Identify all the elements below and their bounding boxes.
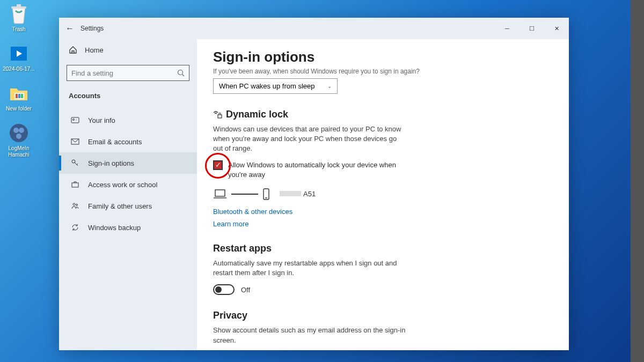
svg-rect-21: [218, 115, 222, 118]
sidebar-item-label: Sign-in options: [88, 159, 134, 167]
device-name: A51: [280, 190, 316, 198]
learn-more-link[interactable]: Learn more: [213, 220, 553, 228]
require-signin-dropdown[interactable]: When PC wakes up from sleep ⌄: [213, 78, 338, 94]
sidebar-item-label: Your info: [88, 116, 115, 124]
dynamic-lock-checkbox-row: ✓ Allow Windows to automatically lock yo…: [213, 160, 406, 180]
search-input[interactable]: [67, 65, 189, 81]
svg-point-20: [76, 204, 78, 206]
trash-icon: [8, 3, 30, 25]
window-title: Settings: [80, 25, 104, 32]
restart-apps-header: Restart apps: [213, 243, 553, 254]
svg-point-10: [16, 134, 21, 139]
svg-rect-22: [215, 190, 225, 196]
sidebar-item-family[interactable]: Family & other users: [59, 195, 197, 217]
desktop-background: Trash 2024-06-17... New folder LogMeIn H…: [0, 0, 631, 362]
media-file-icon: [8, 42, 30, 65]
toggle-label: Off: [241, 286, 250, 294]
sidebar-item-backup[interactable]: Windows backup: [59, 217, 197, 238]
svg-rect-4: [16, 94, 18, 98]
bluetooth-devices-link[interactable]: Bluetooth & other devices: [213, 208, 553, 216]
restart-apps-desc: Automatically save my restartable apps w…: [213, 258, 406, 278]
svg-rect-0: [11, 6, 26, 9]
window-body: Home Accounts ≡ Your info Em: [59, 39, 569, 350]
desktop-icons: Trash 2024-06-17... New folder LogMeIn H…: [3, 3, 35, 168]
home-icon: [69, 46, 77, 54]
dynamic-lock-section: Dynamic lock Windows can use devices tha…: [213, 109, 553, 228]
sidebar-item-label: Windows backup: [88, 224, 141, 232]
truncated-text: If you've been away, when should Windows…: [213, 68, 553, 75]
restart-apps-toggle[interactable]: [213, 284, 235, 295]
desktop-icon-logmein[interactable]: LogMeIn Hamachi: [3, 122, 35, 158]
sidebar-item-work-school[interactable]: Access work or school: [59, 174, 197, 195]
person-card-icon: ≡: [71, 116, 79, 124]
sync-icon: [71, 223, 79, 232]
signal-lock-icon: [213, 110, 223, 120]
svg-point-7: [10, 124, 28, 142]
restart-apps-toggle-row: Off: [213, 284, 553, 295]
connection-line: [231, 194, 258, 195]
search-icon: [177, 69, 185, 77]
titlebar: ← Settings ─ ☐ ✕: [59, 18, 569, 39]
dynamic-lock-desc: Windows can use devices that are paired …: [213, 124, 406, 154]
sidebar-item-label: Family & other users: [88, 202, 152, 210]
dropdown-value: When PC wakes up from sleep: [219, 82, 314, 90]
restart-apps-section: Restart apps Automatically save my resta…: [213, 243, 553, 295]
svg-rect-5: [18, 94, 20, 98]
phone-icon: [262, 188, 270, 200]
close-button[interactable]: ✕: [544, 18, 569, 39]
sidebar-item-signin[interactable]: Sign-in options: [59, 152, 197, 174]
svg-point-19: [73, 203, 75, 205]
svg-point-8: [13, 128, 19, 133]
sidebar-home[interactable]: Home: [59, 39, 197, 61]
svg-point-9: [19, 128, 24, 133]
key-icon: [71, 159, 79, 167]
sidebar-item-your-info[interactable]: ≡ Your info: [59, 109, 197, 131]
people-icon: [71, 202, 79, 210]
sidebar-item-label: Email & accounts: [88, 138, 142, 146]
desktop-icon-media-file[interactable]: 2024-06-17...: [3, 42, 35, 72]
laptop-icon: [213, 189, 227, 200]
svg-rect-18: [72, 183, 78, 187]
sidebar-items: ≡ Your info Email & accounts Sign-in opt…: [59, 109, 197, 238]
svg-point-14: [73, 119, 75, 121]
briefcase-icon: [71, 180, 79, 189]
svg-point-11: [178, 70, 183, 75]
settings-window: ← Settings ─ ☐ ✕ Home: [59, 18, 569, 350]
svg-text:≡: ≡: [76, 119, 77, 121]
chevron-down-icon: ⌄: [327, 83, 332, 89]
allow-auto-lock-checkbox[interactable]: ✓: [213, 160, 223, 170]
svg-rect-6: [21, 94, 23, 98]
logmein-icon: [8, 122, 30, 144]
sidebar: Home Accounts ≡ Your info Em: [59, 39, 197, 350]
privacy-header: Privacy: [213, 310, 553, 321]
content-area: Sign-in options If you've been away, whe…: [197, 39, 569, 350]
search-field[interactable]: [71, 69, 177, 77]
sidebar-item-email[interactable]: Email & accounts: [59, 131, 197, 152]
privacy-desc: Show account details such as my email ad…: [213, 326, 406, 345]
sidebar-item-label: Access work or school: [88, 181, 157, 189]
sidebar-section-label: Accounts: [59, 85, 197, 106]
folder-icon: [8, 82, 30, 105]
checkbox-label: Allow Windows to automatically lock your…: [228, 160, 406, 180]
privacy-section: Privacy Show account details such as my …: [213, 310, 553, 350]
window-controls: ─ ☐ ✕: [495, 18, 569, 39]
svg-line-12: [182, 75, 185, 77]
sidebar-home-label: Home: [85, 46, 104, 54]
maximize-button[interactable]: ☐: [519, 18, 544, 39]
page-title: Sign-in options: [213, 49, 553, 65]
mail-icon: [71, 137, 79, 146]
svg-rect-13: [71, 117, 79, 123]
back-button[interactable]: ←: [59, 18, 80, 39]
minimize-button[interactable]: ─: [495, 18, 519, 39]
dynamic-lock-header: Dynamic lock: [213, 109, 553, 120]
desktop-icon-new-folder[interactable]: New folder: [3, 82, 35, 112]
desktop-icon-trash[interactable]: Trash: [3, 3, 35, 33]
paired-device-row: A51: [213, 188, 553, 200]
